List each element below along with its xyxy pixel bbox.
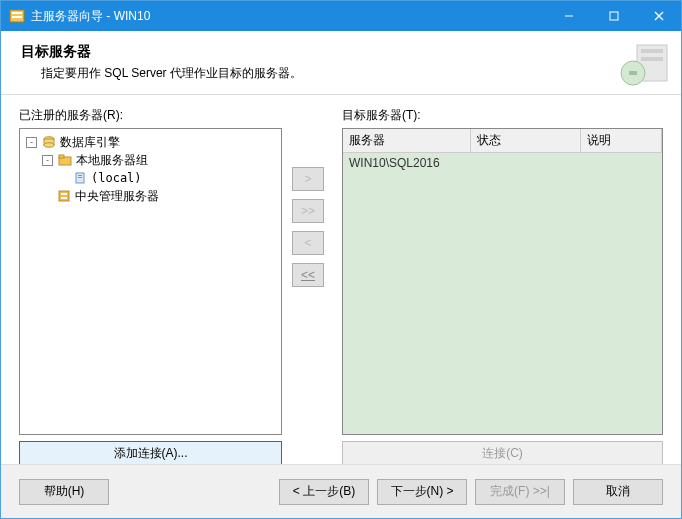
db-engine-icon [41, 134, 57, 150]
wizard-footer: 帮助(H) < 上一步(B) 下一步(N) > 完成(F) >>| 取消 [1, 464, 681, 518]
tree-node-local[interactable]: (local) [22, 169, 279, 187]
svg-rect-2 [12, 16, 22, 18]
tree-node-db-engine[interactable]: - 数据库引擎 [22, 133, 279, 151]
cell-status [471, 153, 581, 173]
move-right-button[interactable]: > [292, 167, 324, 191]
move-all-right-button[interactable]: >> [292, 199, 324, 223]
expand-toggle-icon[interactable]: - [42, 155, 53, 166]
back-button[interactable]: < 上一步(B) [279, 479, 369, 505]
cell-desc [581, 153, 662, 173]
table-row[interactable]: WIN10\SQL2016 [343, 153, 662, 173]
cell-server: WIN10\SQL2016 [343, 153, 471, 173]
svg-rect-16 [59, 155, 64, 158]
titlebar: 主服务器向导 - WIN10 [1, 1, 681, 31]
col-status[interactable]: 状态 [471, 129, 581, 152]
window-title: 主服务器向导 - WIN10 [31, 8, 546, 25]
expand-toggle-icon[interactable]: - [26, 137, 37, 148]
close-button[interactable] [636, 1, 681, 31]
wizard-header: 目标服务器 指定要用作 SQL Server 代理作业目标的服务器。 [1, 31, 681, 95]
help-button[interactable]: 帮助(H) [19, 479, 109, 505]
svg-rect-9 [641, 57, 663, 61]
app-icon [9, 8, 25, 24]
svg-rect-4 [610, 12, 618, 20]
header-graphic [615, 39, 671, 87]
target-servers-label: 目标服务器(T): [342, 107, 663, 124]
svg-rect-19 [78, 177, 82, 178]
tree-node-local-group[interactable]: - 本地服务器组 [22, 151, 279, 169]
add-connection-button[interactable]: 添加连接(A)... [19, 441, 282, 465]
svg-rect-22 [61, 197, 67, 199]
svg-rect-11 [629, 71, 637, 75]
minimize-button[interactable] [546, 1, 591, 31]
col-server[interactable]: 服务器 [343, 129, 471, 152]
svg-rect-18 [78, 175, 82, 176]
cms-icon [56, 188, 72, 204]
col-desc[interactable]: 说明 [581, 129, 662, 152]
svg-point-14 [44, 143, 54, 147]
svg-rect-8 [641, 49, 663, 53]
table-header: 服务器 状态 说明 [343, 129, 662, 153]
target-servers-table[interactable]: 服务器 状态 说明 WIN10\SQL2016 [342, 128, 663, 435]
connect-button[interactable]: 连接(C) [342, 441, 663, 465]
registered-servers-label: 已注册的服务器(R): [19, 107, 282, 124]
move-all-left-button[interactable]: << [292, 263, 324, 287]
svg-rect-21 [61, 193, 67, 195]
registered-servers-tree[interactable]: - 数据库引擎 - 本地服务器组 (local) [19, 128, 282, 435]
maximize-button[interactable] [591, 1, 636, 31]
tree-node-cms[interactable]: 中央管理服务器 [22, 187, 279, 205]
page-title: 目标服务器 [21, 43, 661, 61]
server-icon [72, 170, 88, 186]
finish-button: 完成(F) >>| [475, 479, 565, 505]
svg-rect-1 [12, 12, 22, 14]
cancel-button[interactable]: 取消 [573, 479, 663, 505]
next-button[interactable]: 下一步(N) > [377, 479, 467, 505]
folder-icon [57, 152, 73, 168]
content-area: 已注册的服务器(R): - 数据库引擎 - 本地服务器组 [1, 95, 681, 465]
svg-rect-20 [59, 191, 69, 201]
move-left-button[interactable]: < [292, 231, 324, 255]
page-subtitle: 指定要用作 SQL Server 代理作业目标的服务器。 [21, 65, 661, 82]
